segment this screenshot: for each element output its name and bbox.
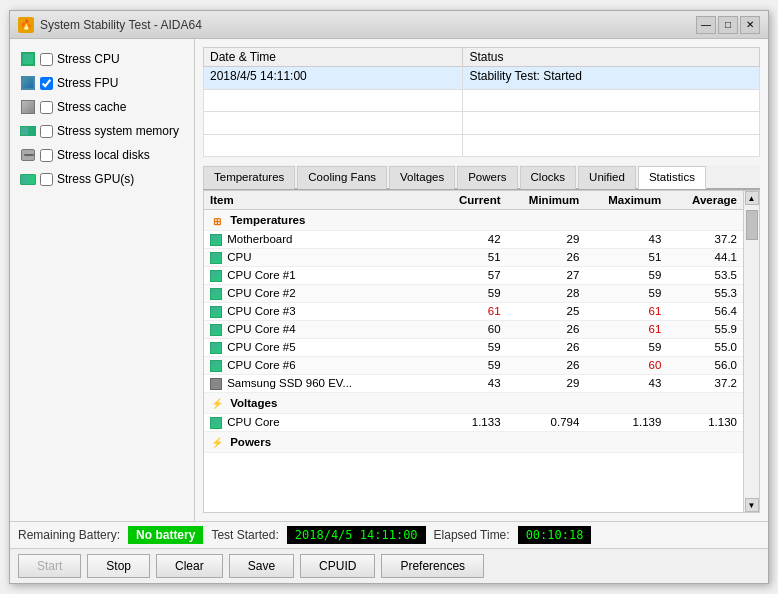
cpu-volt-avg: 1.130: [667, 413, 743, 431]
stress-gpu-checkbox[interactable]: [40, 173, 53, 186]
preferences-button[interactable]: Preferences: [381, 554, 484, 578]
row-core3: CPU Core #3 61 25 61 56.4: [204, 302, 743, 320]
th-item: Item: [204, 191, 431, 210]
motherboard-min: 29: [507, 231, 586, 249]
power-section-icon: ⚡: [210, 436, 224, 450]
scroll-track[interactable]: [745, 205, 759, 498]
stress-cpu-checkbox[interactable]: [40, 53, 53, 66]
core1-current: 57: [431, 266, 507, 284]
status-datetime: 2018/4/5 14:11:00: [204, 67, 463, 90]
save-button[interactable]: Save: [229, 554, 294, 578]
stress-disk-label: Stress local disks: [57, 148, 150, 162]
row-core2: CPU Core #2 59 28 59 55.3: [204, 284, 743, 302]
th-average: Average: [667, 191, 743, 210]
data-area: Item Current Minimum Maximum Average: [203, 190, 760, 513]
col-status: Status: [463, 48, 760, 67]
cpu-volt-max: 1.139: [585, 413, 667, 431]
core5-max: 59: [585, 338, 667, 356]
motherboard-max: 43: [585, 231, 667, 249]
stress-cache-checkbox[interactable]: [40, 101, 53, 114]
item-core1: CPU Core #1: [204, 266, 431, 284]
clear-button[interactable]: Clear: [156, 554, 223, 578]
item-core4: CPU Core #4: [204, 320, 431, 338]
core5-icon: [210, 342, 222, 354]
stress-fpu-row: Stress FPU: [20, 73, 184, 93]
stress-memory-checkbox[interactable]: [40, 125, 53, 138]
motherboard-icon: [210, 234, 222, 246]
temp-section-icon: ⊞: [210, 214, 224, 228]
th-current: Current: [431, 191, 507, 210]
maximize-button[interactable]: □: [718, 16, 738, 34]
core1-max: 59: [585, 266, 667, 284]
window-title: System Stability Test - AIDA64: [40, 18, 202, 32]
data-table: Item Current Minimum Maximum Average: [204, 191, 743, 453]
section-temperatures: ⊞ Temperatures: [204, 210, 743, 231]
data-table-container[interactable]: Item Current Minimum Maximum Average: [203, 190, 744, 513]
item-cpu-core-volt: CPU Core: [204, 413, 431, 431]
stress-disk-checkbox[interactable]: [40, 149, 53, 162]
elapsed-label: Elapsed Time:: [434, 528, 510, 542]
test-started-value: 2018/4/5 14:11:00: [287, 526, 426, 544]
memory-icon: [20, 123, 36, 139]
row-core6: CPU Core #6 59 26 60 56.0: [204, 356, 743, 374]
core4-icon: [210, 324, 222, 336]
row-core1: CPU Core #1 57 27 59 53.5: [204, 266, 743, 284]
tab-unified[interactable]: Unified: [578, 166, 636, 189]
tab-temperatures[interactable]: Temperatures: [203, 166, 295, 189]
cpu-min: 26: [507, 248, 586, 266]
ssd-max: 43: [585, 374, 667, 392]
scrollbar[interactable]: ▲ ▼: [744, 190, 760, 513]
gpu-icon: [20, 171, 36, 187]
section-voltages: ⚡ Voltages: [204, 392, 743, 413]
stress-cache-label: Stress cache: [57, 100, 126, 114]
scroll-thumb[interactable]: [746, 210, 758, 240]
tabs-bar: Temperatures Cooling Fans Voltages Power…: [203, 165, 760, 190]
scroll-down-button[interactable]: ▼: [745, 498, 759, 512]
core3-current: 61: [431, 302, 507, 320]
minimize-button[interactable]: —: [696, 16, 716, 34]
row-core4: CPU Core #4 60 26 61 55.9: [204, 320, 743, 338]
section-temperatures-label: Temperatures: [230, 214, 305, 226]
core6-avg: 56.0: [667, 356, 743, 374]
item-core6: CPU Core #6: [204, 356, 431, 374]
ssd-icon: [210, 378, 222, 390]
main-window: 🔥 System Stability Test - AIDA64 — □ ✕ S…: [9, 10, 769, 584]
tab-cooling[interactable]: Cooling Fans: [297, 166, 387, 189]
tab-powers[interactable]: Powers: [457, 166, 517, 189]
tab-statistics[interactable]: Statistics: [638, 166, 706, 189]
core6-max: 60: [585, 356, 667, 374]
item-cpu: CPU: [204, 248, 431, 266]
fpu-icon: [20, 75, 36, 91]
core5-avg: 55.0: [667, 338, 743, 356]
motherboard-current: 42: [431, 231, 507, 249]
core6-current: 59: [431, 356, 507, 374]
stress-cpu-row: Stress CPU: [20, 49, 184, 69]
row-core5: CPU Core #5 59 26 59 55.0: [204, 338, 743, 356]
th-minimum: Minimum: [507, 191, 586, 210]
start-button[interactable]: Start: [18, 554, 81, 578]
item-core3: CPU Core #3: [204, 302, 431, 320]
tab-clocks[interactable]: Clocks: [520, 166, 577, 189]
row-cpu-core-volt: CPU Core 1.133 0.794 1.139 1.130: [204, 413, 743, 431]
ssd-avg: 37.2: [667, 374, 743, 392]
test-started-label: Test Started:: [211, 528, 278, 542]
status-row-empty-1: [204, 89, 760, 112]
cache-icon: [20, 99, 36, 115]
scroll-up-button[interactable]: ▲: [745, 191, 759, 205]
ssd-min: 29: [507, 374, 586, 392]
core2-avg: 55.3: [667, 284, 743, 302]
status-row-empty-2: [204, 112, 760, 135]
stop-button[interactable]: Stop: [87, 554, 150, 578]
row-cpu: CPU 51 26 51 44.1: [204, 248, 743, 266]
right-panel: Date & Time Status 2018/4/5 14:11:00 Sta…: [195, 39, 768, 521]
cpuid-button[interactable]: CPUID: [300, 554, 375, 578]
core4-max: 61: [585, 320, 667, 338]
stress-fpu-checkbox[interactable]: [40, 77, 53, 90]
cpu-icon: [20, 51, 36, 67]
cpu-volt-current: 1.133: [431, 413, 507, 431]
app-icon: 🔥: [18, 17, 34, 33]
close-button[interactable]: ✕: [740, 16, 760, 34]
core4-current: 60: [431, 320, 507, 338]
cpu-item-icon: [210, 252, 222, 264]
tab-voltages[interactable]: Voltages: [389, 166, 455, 189]
